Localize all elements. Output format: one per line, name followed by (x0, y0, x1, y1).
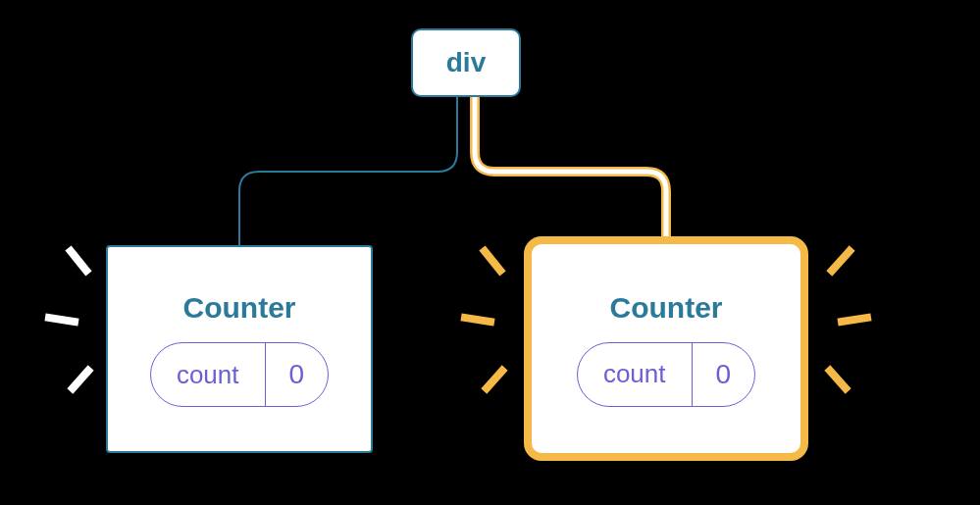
node-label: div (446, 47, 486, 78)
svg-line-0 (71, 251, 86, 271)
component-tree-diagram: div Counter count 0 Counter count 0 (0, 0, 980, 505)
node-label: Counter (183, 291, 296, 325)
state-name: count (578, 343, 693, 406)
state-value: 0 (266, 343, 329, 406)
tree-node-counter-right-highlighted: Counter count 0 (524, 236, 808, 461)
tree-node-counter-left: Counter count 0 (106, 245, 373, 453)
svg-line-4 (465, 318, 490, 322)
svg-line-1 (49, 318, 75, 322)
svg-line-5 (487, 371, 502, 388)
svg-line-8 (830, 371, 846, 388)
svg-line-2 (73, 371, 88, 388)
svg-line-3 (485, 251, 500, 271)
state-pill: count 0 (150, 342, 329, 407)
svg-line-7 (842, 318, 867, 322)
state-value: 0 (693, 343, 755, 406)
node-label: Counter (610, 291, 723, 325)
tree-node-root: div (411, 28, 521, 97)
state-pill: count 0 (577, 342, 755, 407)
svg-line-6 (832, 251, 850, 271)
state-name: count (151, 343, 266, 406)
